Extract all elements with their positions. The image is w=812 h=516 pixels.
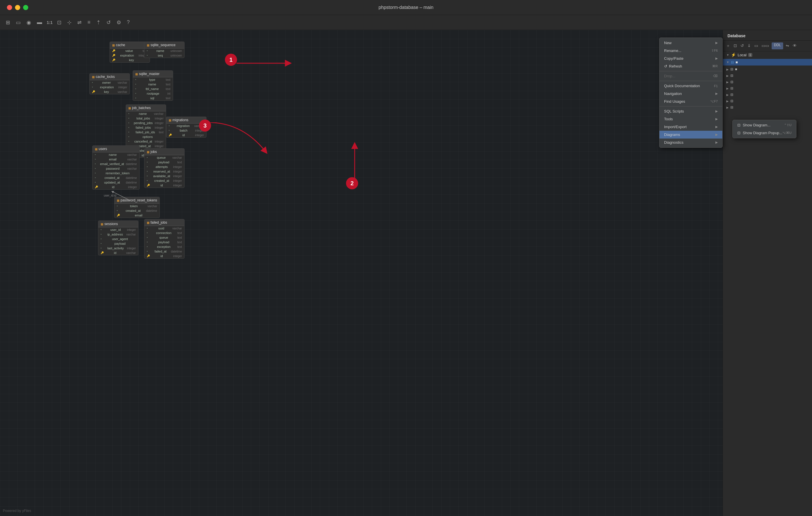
eye-icon[interactable]: 👁 (792, 43, 798, 49)
table-users[interactable]: ▦ users •namevarchar •emailvarchar •emai… (92, 145, 140, 190)
grid-icon[interactable]: ⊞ (5, 18, 11, 27)
item-icon: ⊟ (730, 67, 733, 71)
col-icon: 🔑 (169, 134, 172, 136)
fit-icon[interactable]: ⊡ (56, 18, 63, 27)
ctx-quick-doc-shortcut: F1 (714, 84, 718, 88)
table-row: •payloadtext (144, 160, 184, 164)
table-row: •user_idinteger (98, 227, 138, 232)
ctx-sql-scripts[interactable]: SQL Scripts ▶ (660, 107, 722, 115)
ctx-find-usages[interactable]: Find Usages ⌥F7 (660, 98, 722, 105)
table-row: •options (126, 134, 166, 139)
expand-arrow: ▼ (726, 53, 729, 57)
export-icon[interactable]: ⇡ (95, 18, 102, 27)
ctx-drop[interactable]: Drop... ⌫ (660, 72, 722, 80)
ctx-diagnostics[interactable]: Diagnostics ▶ (660, 138, 722, 146)
col-icon: • (135, 97, 139, 100)
col-icon: 🔑 (147, 254, 150, 257)
context-menu-diagrams[interactable]: ⊡ Show Diagram... ⌃⇧U ⊡ Show Diagram Pop… (732, 120, 796, 138)
local-count: 1 (748, 53, 752, 57)
tree-item-local[interactable]: ▼ ⚡ Local 1 (723, 51, 812, 58)
col-icon: • (95, 176, 98, 179)
table-row: •attemptsinteger (144, 164, 184, 169)
table-sqlite-master[interactable]: ▦ sqlite_master •typetext •nametext •tbl… (133, 71, 173, 101)
panel-icon[interactable]: ▭ (15, 18, 22, 27)
table-sqlite-sequence[interactable]: ▦ sqlite_sequence •nameunknown •sequnkno… (144, 42, 184, 58)
columns-icon[interactable]: ▭▭ (761, 43, 770, 49)
ctx-import-export[interactable]: Import/Export ▶ (660, 123, 722, 131)
table-icon: ▦ (117, 199, 119, 202)
refresh-db-icon[interactable]: ↺ (740, 43, 745, 49)
table-failed-jobs[interactable]: ▦ failed_jobs •uuidvarchar •connectionte… (144, 219, 184, 259)
table-row: •payload (98, 241, 138, 246)
tree-item-7[interactable]: ▶ ⊟ (723, 104, 812, 111)
layout-icon[interactable]: ▬ (36, 18, 43, 27)
tree-item-5[interactable]: ▶ ⊟ (723, 91, 812, 98)
tree-item-1[interactable]: ▶ ⊟ ■ (723, 66, 812, 73)
tree-item-db[interactable]: ▼ ⊟ ■ (723, 59, 812, 65)
link-icon[interactable]: ⇋ (785, 43, 790, 49)
ctx-new[interactable]: New ▶ (660, 39, 722, 47)
table-view-icon[interactable]: ▭ (753, 43, 759, 49)
col-icon: • (128, 112, 132, 115)
col-icon: • (92, 86, 95, 89)
main-toolbar: ⊞ ▭ ◉ ▬ 1:1 ⊡ ⊹ ⇌ ≡ ⇡ ↺ ⚙ ? (0, 15, 812, 30)
canvas-area[interactable]: ▦ cache 🔑valuetext 🔑expirationinteger 🔑k… (0, 30, 723, 516)
ctx-rename[interactable]: Rename... ⇧F6 (660, 47, 722, 55)
table-row: •nametext (133, 82, 173, 87)
table-cache[interactable]: ▦ cache 🔑valuetext 🔑expirationinteger 🔑k… (110, 42, 150, 63)
col-icon: • (100, 242, 104, 245)
col-icon: • (147, 156, 150, 159)
table-jobs[interactable]: ▦ jobs •queuevarchar •payloadtext •attem… (144, 148, 184, 188)
tree-item-3[interactable]: ▶ ⊟ (723, 79, 812, 85)
ctx-show-diagram-popup[interactable]: ⊡ Show Diagram Popup... ⌥⌘U (733, 129, 796, 137)
ddl-button[interactable]: DDL (772, 43, 783, 49)
context-menu-main[interactable]: New ▶ Rename... ⇧F6 Copy/Paste ▶ ↺ Refre… (659, 37, 723, 148)
ctx-show-diagram[interactable]: ⊡ Show Diagram... ⌃⇧U (733, 121, 796, 129)
ctx-refresh[interactable]: ↺ Refresh ⌘R (660, 62, 722, 70)
table-row: •tokenvarchar (114, 204, 160, 208)
col-icon: • (100, 247, 104, 250)
table-sessions[interactable]: ▦ sessions •user_idinteger •ip_addressva… (98, 220, 138, 255)
sidebar-toolbar: ＋ ⊡ ↺ ⇓ ▭ ▭▭ DDL ⇋ 👁 (723, 41, 812, 51)
maximize-button[interactable] (23, 5, 28, 10)
refresh-icon[interactable]: ↺ (105, 18, 112, 27)
col-icon: • (147, 54, 150, 57)
download-icon[interactable]: ⇓ (747, 43, 752, 49)
minimize-button[interactable] (15, 5, 20, 10)
col-icon: • (147, 165, 150, 168)
tree-item-6[interactable]: ▶ ⊟ (723, 98, 812, 104)
expand-arrow: ▶ (726, 81, 729, 84)
schema-icon[interactable]: ⊡ (733, 43, 738, 49)
ctx-navigation-arrow: ▶ (716, 92, 718, 96)
ctx-copy-paste[interactable]: Copy/Paste ▶ (660, 55, 722, 62)
table-cache-locks[interactable]: ▦ cache_locks •ownervarchar •expirationi… (89, 73, 130, 94)
table-name-migrations: migrations (172, 118, 188, 122)
table-row: •typetext (133, 77, 173, 82)
settings-icon[interactable]: ⚙ (115, 18, 122, 27)
ctx-refresh-shortcut: ⌘R (712, 64, 718, 68)
tree-item-4[interactable]: ▶ ⊟ (723, 85, 812, 91)
table-password-reset-tokens[interactable]: ▦ password_reset_tokens •tokenvarchar •c… (114, 197, 160, 218)
ctx-quick-doc[interactable]: Quick Documentation F1 (660, 82, 722, 90)
swap-icon[interactable]: ⇌ (76, 18, 83, 27)
ctx-import-export-label: Import/Export (664, 125, 687, 129)
add-icon[interactable]: ＋ (725, 43, 731, 49)
table-row: •failed_job_idstext (126, 130, 166, 134)
list-icon[interactable]: ≡ (86, 18, 92, 27)
arrow-3 (208, 123, 280, 157)
ctx-diagrams[interactable]: Diagrams ▶ (660, 131, 722, 138)
table-name-password-reset-tokens: password_reset_tokens (120, 198, 157, 202)
ctx-tools[interactable]: Tools ▶ (660, 115, 722, 123)
tree-item-2[interactable]: ▶ ⊟ (723, 73, 812, 79)
selected-tree-item[interactable]: ▼ ⊟ ■ (723, 59, 812, 65)
col-icon: • (95, 181, 98, 184)
help-icon[interactable]: ? (126, 18, 131, 27)
col-icon: • (147, 49, 150, 52)
ctx-separator-3 (660, 106, 722, 107)
table-header-sqlite-sequence: ▦ sqlite_sequence (144, 42, 184, 49)
close-button[interactable] (7, 5, 12, 10)
hierarchy-icon[interactable]: ⊹ (66, 18, 72, 27)
table-icon: ▦ (95, 147, 97, 151)
node-icon[interactable]: ◉ (25, 18, 32, 27)
ctx-navigation[interactable]: Navigation ▶ (660, 90, 722, 98)
